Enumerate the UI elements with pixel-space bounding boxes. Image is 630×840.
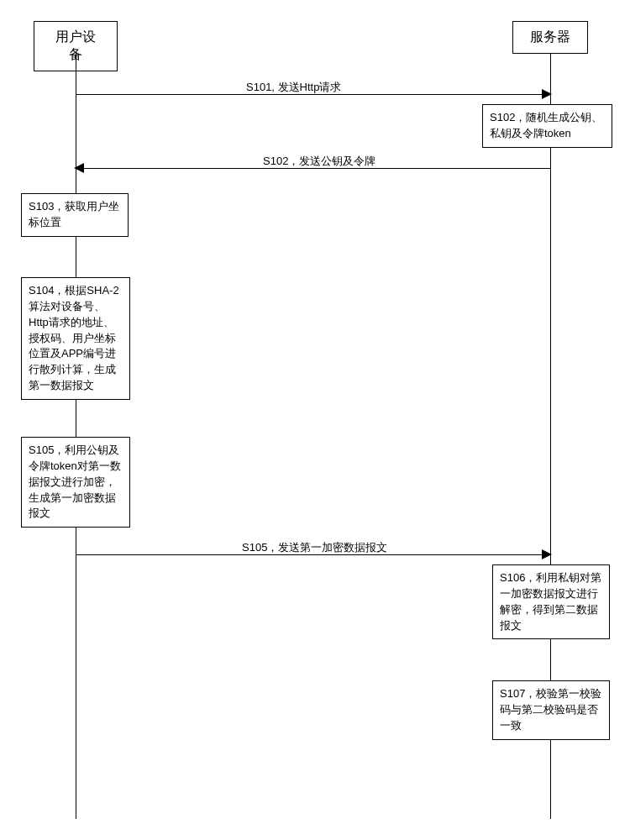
sequence-diagram: 用户设备 服务器 S101, 发送Http请求 S102，随机生成公钥、私钥及令… [17, 17, 613, 823]
msg-s105-line [76, 554, 542, 555]
step-s107: S107，校验第一校验码与第二校验码是否一致 [492, 680, 610, 740]
msg-s102-label: S102，发送公钥及令牌 [260, 154, 378, 169]
msg-s102-line [84, 168, 550, 169]
msg-s101-label: S101, 发送Http请求 [244, 80, 344, 95]
msg-s102-arrowhead [74, 163, 84, 173]
msg-s105-label: S105，发送第一加密数据报文 [239, 540, 390, 555]
msg-s105-arrowhead [542, 549, 552, 559]
step-s105: S105，利用公钥及令牌token对第一数据报文进行加密，生成第一加密数据报文 [21, 437, 130, 528]
step-s104: S104，根据SHA-2算法对设备号、Http请求的地址、授权码、用户坐标位置及… [21, 277, 130, 400]
step-s106: S106，利用私钥对第一加密数据报文进行解密，得到第二数据报文 [492, 564, 610, 639]
msg-s101-arrowhead [542, 89, 552, 99]
msg-s101-line [76, 94, 542, 95]
step-s103: S103，获取用户坐标位置 [21, 193, 129, 237]
step-s102: S102，随机生成公钥、私钥及令牌token [482, 104, 612, 148]
actor-server: 服务器 [512, 21, 588, 54]
